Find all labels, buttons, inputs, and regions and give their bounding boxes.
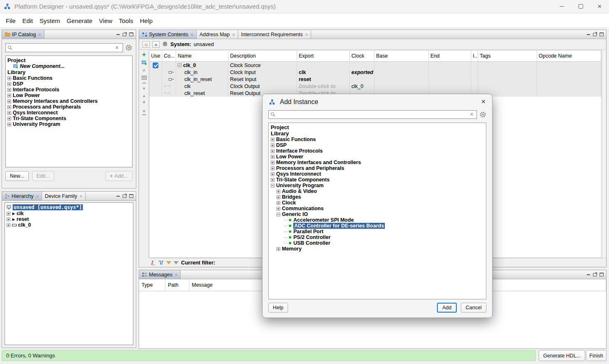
menu-generate[interactable]: Generate <box>63 16 96 26</box>
hierarchy-item-clk-0[interactable]: clk_0 <box>7 222 131 228</box>
search-options-gear-icon[interactable] <box>479 111 486 118</box>
tree-item-qsys-interconnect[interactable]: Qsys Interconnect <box>7 110 130 116</box>
tree-item-qsys-interconnect[interactable]: Qsys Interconnect <box>271 171 486 177</box>
panel-minimize-icon[interactable] <box>116 196 120 197</box>
row-export[interactable]: clk <box>297 69 350 76</box>
menu-edit[interactable]: Edit <box>19 16 36 26</box>
port-connector-icon[interactable] <box>169 71 174 74</box>
tree-item-low-power[interactable]: Low Power <box>271 154 486 160</box>
remove-component-button[interactable]: × <box>142 68 146 73</box>
row-clock[interactable]: exported <box>350 69 374 76</box>
tab-close-icon[interactable]: × <box>305 32 308 37</box>
tree-item-bridges[interactable]: Bridges <box>271 194 486 200</box>
search-clear-icon[interactable]: × <box>115 44 119 51</box>
tree-item-new-component[interactable]: New Component... <box>7 63 130 69</box>
expander-icon[interactable] <box>271 149 274 153</box>
tab-address-map[interactable]: Address Map × <box>197 30 238 39</box>
tab-ip-catalog[interactable]: IP Catalog × <box>2 30 44 39</box>
tab-close-icon[interactable]: × <box>232 32 235 37</box>
menu-tools[interactable]: Tools <box>116 16 137 26</box>
tab-close-icon[interactable]: × <box>38 32 41 37</box>
expander-icon[interactable] <box>277 201 280 205</box>
edit-button[interactable]: Edit... <box>32 171 54 181</box>
tab-close-icon[interactable]: × <box>79 194 82 199</box>
panel-maximize-icon[interactable] <box>600 32 604 36</box>
panel-detach-icon[interactable] <box>593 273 597 276</box>
dialog-search-input[interactable] <box>268 110 477 119</box>
move-to-top-button[interactable]: ▲ <box>142 83 146 91</box>
col-export[interactable]: Export <box>297 51 350 61</box>
tab-system-contents[interactable]: System Contents × <box>139 30 197 39</box>
expander-icon[interactable] <box>271 161 274 165</box>
col-end[interactable]: End <box>429 51 471 61</box>
dialog-cancel-button[interactable]: Cancel <box>461 303 486 313</box>
col-base[interactable]: Base <box>374 51 429 61</box>
menu-help[interactable]: Help <box>137 16 156 26</box>
menu-system[interactable]: System <box>36 16 63 26</box>
move-down-button[interactable]: ▼ <box>142 100 146 104</box>
tree-leaf-parallel-port[interactable]: Parallel Port <box>271 229 486 234</box>
expander-icon[interactable] <box>277 195 280 199</box>
tab-device-family[interactable]: Device Family × <box>42 192 86 200</box>
tree-item-low-power[interactable]: Low Power <box>7 93 130 98</box>
tree-item-university-program[interactable]: University Program <box>7 121 130 127</box>
hierarchy-root-item[interactable]: unsaved [unsaved.qsys*] <box>7 204 131 211</box>
tree-item-interface-protocols[interactable]: Interface Protocols <box>271 148 486 154</box>
panel-maximize-icon[interactable] <box>129 32 133 36</box>
tree-leaf-accelerometer-spi[interactable]: Accelerometer SPI Mode <box>271 217 486 223</box>
generate-hdl-button[interactable]: Generate HDL... <box>539 350 585 361</box>
tree-item-generic-io[interactable]: Generic IO <box>271 211 486 217</box>
tree-item-clock[interactable]: Clock <box>271 200 486 206</box>
minimize-button[interactable] <box>552 0 571 13</box>
expand-system-button[interactable]: ▲ <box>152 41 160 48</box>
tree-leaf-usb-controller[interactable]: USB Controller <box>271 240 486 246</box>
expander-icon[interactable] <box>7 77 11 80</box>
panel-minimize-icon[interactable] <box>587 274 590 275</box>
tab-messages[interactable]: Messages × <box>139 270 181 279</box>
add-component-button[interactable]: + <box>142 52 146 58</box>
help-button[interactable]: Help <box>268 303 288 313</box>
expander-icon[interactable] <box>277 247 280 251</box>
filter-icon[interactable] <box>166 261 171 264</box>
expander-icon[interactable] <box>271 172 274 176</box>
port-connector-icon[interactable] <box>169 78 174 81</box>
expander-icon[interactable] <box>271 155 274 159</box>
search-clear-icon[interactable]: × <box>470 111 473 117</box>
hierarchy-item-reset[interactable]: ▶reset <box>7 216 131 222</box>
panel-minimize-icon[interactable] <box>116 34 120 35</box>
add-button[interactable]: +Add... <box>105 171 132 181</box>
tab-close-icon[interactable]: × <box>36 194 39 199</box>
panel-detach-icon[interactable] <box>123 33 126 36</box>
menu-file[interactable]: File <box>2 16 19 26</box>
col-opcode-name[interactable]: Opcode Name <box>537 51 601 61</box>
collapse-system-button[interactable]: ⊔ <box>142 41 150 48</box>
ip-catalog-search-input[interactable] <box>5 43 123 52</box>
menu-view[interactable]: View <box>96 16 116 26</box>
expander-icon[interactable] <box>271 184 274 188</box>
move-to-bottom-button[interactable]: ▼ <box>142 107 146 115</box>
show-interfaces-icon[interactable] <box>158 260 164 265</box>
expander-icon[interactable] <box>7 223 10 227</box>
expander-icon[interactable] <box>7 111 11 115</box>
tree-item-processors[interactable]: Processors and Peripherals <box>271 165 486 171</box>
tab-hierarchy[interactable]: Hierarchy × <box>2 192 42 200</box>
maximize-button[interactable] <box>571 0 590 13</box>
tree-item-basic-functions[interactable]: Basic Functions <box>271 137 486 142</box>
clear-filter-icon[interactable] <box>174 261 179 264</box>
row-export-placeholder[interactable]: Double-click to <box>297 83 350 90</box>
row-export[interactable]: reset <box>297 76 350 83</box>
table-row[interactable]: clk_in_reset Reset Input reset <box>149 76 601 83</box>
expander-icon[interactable] <box>271 167 274 170</box>
new-button[interactable]: New... <box>5 171 29 181</box>
tree-leaf-ps2-controller[interactable]: PS/2 Controller <box>271 234 486 240</box>
tab-close-icon[interactable]: × <box>191 32 193 37</box>
tree-item-memory-interfaces[interactable]: Memory Interfaces and Controllers <box>271 160 486 165</box>
tree-item-interface-protocols[interactable]: Interface Protocols <box>7 87 130 93</box>
col-type[interactable]: Type <box>139 279 165 291</box>
tree-item-audio-video[interactable]: Audio & Video <box>271 188 486 194</box>
tree-item-university-program[interactable]: University Program <box>271 183 486 188</box>
close-button[interactable]: × <box>590 0 609 13</box>
col-connections[interactable]: Co... <box>162 51 176 61</box>
col-irq[interactable]: I... <box>471 51 478 61</box>
expander-icon[interactable] <box>277 190 280 193</box>
